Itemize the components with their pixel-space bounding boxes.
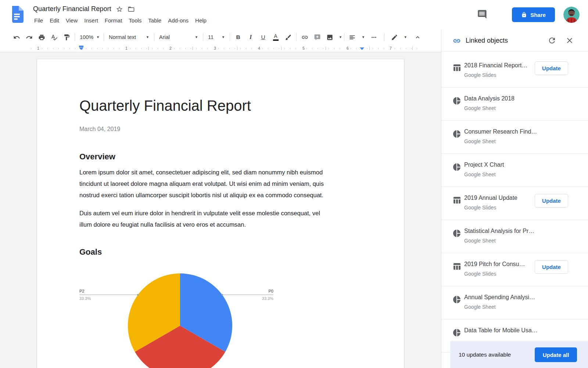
doc-heading-overview[interactable]: Overview xyxy=(79,152,115,162)
ruler-mark: 4 xyxy=(257,46,262,50)
close-icon[interactable] xyxy=(565,36,574,45)
menu-table[interactable]: Table xyxy=(145,17,165,24)
linked-object-title: 2018 Financial Report… xyxy=(464,62,538,69)
align-button[interactable] xyxy=(346,32,359,43)
bold-button[interactable]: B xyxy=(232,32,244,43)
ruler-tick xyxy=(412,47,413,50)
linked-objects-panel: Linked objects 2018 Financial Report…Goo… xyxy=(441,29,588,368)
linked-object-item[interactable]: Project X ChartGoogle Sheet xyxy=(441,154,588,187)
highlight-color-button[interactable] xyxy=(282,32,294,43)
paint-format-button[interactable] xyxy=(60,32,73,43)
update-all-button[interactable]: Update all xyxy=(535,347,577,362)
update-button[interactable]: Update xyxy=(535,61,568,75)
pie-label-p0: P0 xyxy=(269,289,273,293)
doc-heading-title[interactable]: Quarterly Financial Report xyxy=(79,98,251,114)
text-color-button[interactable]: A xyxy=(269,32,282,43)
insert-image-button[interactable] xyxy=(323,32,336,43)
menu-insert[interactable]: Insert xyxy=(81,17,101,24)
chevron-down-icon: ▼ xyxy=(195,35,198,39)
document-canvas: Quarterly Financial Report March 04, 201… xyxy=(0,52,441,368)
update-button[interactable]: Update xyxy=(535,260,568,274)
goals-pie-chart[interactable]: P2 33.3% P0 33.3% xyxy=(37,265,405,368)
linked-object-item[interactable]: 2018 Financial Report…Google SlidesUpdat… xyxy=(441,54,588,88)
menu-tools[interactable]: Tools xyxy=(125,17,145,24)
star-icon[interactable] xyxy=(116,6,123,13)
linked-object-type: Google Sheet xyxy=(464,304,538,310)
linked-object-item[interactable]: 2019 Annual UpdateGoogle SlidesUpdate xyxy=(441,187,588,220)
panel-title: Linked objects xyxy=(466,37,508,45)
linked-object-item[interactable]: Annual Spending Analysis - 2019Google Sh… xyxy=(441,286,588,319)
document-page[interactable]: Quarterly Financial Report March 04, 201… xyxy=(37,59,404,368)
linked-object-type: Google Sheet xyxy=(464,105,538,111)
linked-object-type: Google Sheet xyxy=(464,171,538,177)
linked-object-type: Google Slides xyxy=(464,205,538,210)
add-comment-button[interactable] xyxy=(311,32,323,43)
collapse-toolbar-button[interactable] xyxy=(412,32,424,43)
menu-addons[interactable]: Add-ons xyxy=(165,17,192,24)
ruler-mark: 1 xyxy=(36,46,41,50)
paragraph-style-select[interactable]: Normal text▼ xyxy=(106,32,152,43)
pie-chart-icon xyxy=(452,163,461,171)
chevron-down-icon[interactable]: ▼ xyxy=(404,35,407,39)
update-button[interactable]: Update xyxy=(535,194,568,208)
chevron-down-icon: ▼ xyxy=(146,35,149,39)
editing-mode-button[interactable] xyxy=(388,32,401,43)
comment-history-icon[interactable] xyxy=(477,9,487,20)
menu-edit[interactable]: Edit xyxy=(46,17,62,24)
doc-paragraph-2[interactable]: Duis autem vel eum iriure dolor in hendr… xyxy=(79,208,366,230)
pie-chart-icon xyxy=(452,328,461,337)
refresh-button[interactable] xyxy=(548,36,556,45)
chevron-down-icon[interactable]: ▼ xyxy=(339,35,342,39)
print-button[interactable] xyxy=(35,32,48,43)
more-options-button[interactable] xyxy=(368,32,380,43)
zoom-select[interactable]: 100%▼ xyxy=(77,32,102,43)
move-folder-icon[interactable] xyxy=(128,6,135,13)
linked-object-type: Google Slides xyxy=(464,72,538,78)
menu-help[interactable]: Help xyxy=(192,17,210,24)
spell-check-button[interactable] xyxy=(48,32,60,43)
linked-object-title: Statistical Analysis for Project X xyxy=(464,228,538,234)
pie-chart-icon xyxy=(452,130,461,138)
right-indent-marker[interactable] xyxy=(360,47,364,50)
chevron-down-icon: ▼ xyxy=(222,35,225,39)
underline-button[interactable]: U xyxy=(257,32,269,43)
font-size-select[interactable]: 11▼ xyxy=(205,32,228,43)
menu-format[interactable]: Format xyxy=(101,17,126,24)
first-line-indent-marker[interactable] xyxy=(79,46,83,47)
doc-date[interactable]: March 04, 2019 xyxy=(79,126,120,132)
topbar: Quarterly Financial Report FileEditViewI… xyxy=(0,0,588,29)
left-indent-marker[interactable] xyxy=(79,46,83,50)
linked-object-type: Google Sheet xyxy=(464,138,538,144)
table-chart-icon xyxy=(452,262,461,271)
linked-object-title: 2019 Pitch for Consu… xyxy=(464,261,538,268)
linked-object-item[interactable]: Consumer Research FindingsGoogle Sheet xyxy=(441,121,588,154)
pie-chart-icon xyxy=(452,229,461,238)
ruler-mark: 3 xyxy=(212,46,218,50)
chevron-down-icon[interactable]: ▼ xyxy=(362,35,365,39)
chevron-down-icon: ▼ xyxy=(96,35,100,39)
account-avatar[interactable] xyxy=(563,7,580,23)
share-button[interactable]: Share xyxy=(512,7,555,22)
font-select[interactable]: Arial▼ xyxy=(156,32,201,43)
menu-file[interactable]: File xyxy=(31,17,46,24)
share-label: Share xyxy=(530,12,546,18)
linked-object-item[interactable]: Statistical Analysis for Project XGoogle… xyxy=(441,220,588,253)
doc-heading-goals[interactable]: Goals xyxy=(79,247,102,257)
linked-object-item[interactable]: Data Analysis 2018Google Sheet xyxy=(441,88,588,121)
menu-view[interactable]: View xyxy=(62,17,81,24)
doc-paragraph-1[interactable]: Lorem ipsum dolor sit amet, consectetuer… xyxy=(79,167,366,201)
linked-object-item[interactable]: 2019 Pitch for Consu…Google SlidesUpdate xyxy=(441,253,588,286)
redo-button[interactable] xyxy=(23,32,35,43)
google-docs-logo[interactable] xyxy=(10,6,24,23)
insert-link-button[interactable] xyxy=(298,32,311,43)
table-chart-icon xyxy=(452,196,461,205)
link-icon xyxy=(452,37,461,45)
ruler-tick xyxy=(369,47,370,50)
italic-button[interactable]: I xyxy=(244,32,257,43)
ruler[interactable]: 11234567 xyxy=(0,45,441,52)
linked-object-type: Google Slides xyxy=(464,271,538,277)
linked-object-type: Google Sheet xyxy=(464,238,538,244)
linked-objects-list: 2018 Financial Report…Google SlidesUpdat… xyxy=(441,52,588,353)
undo-button[interactable] xyxy=(10,32,23,43)
document-title[interactable]: Quarterly Financial Report xyxy=(33,5,111,13)
